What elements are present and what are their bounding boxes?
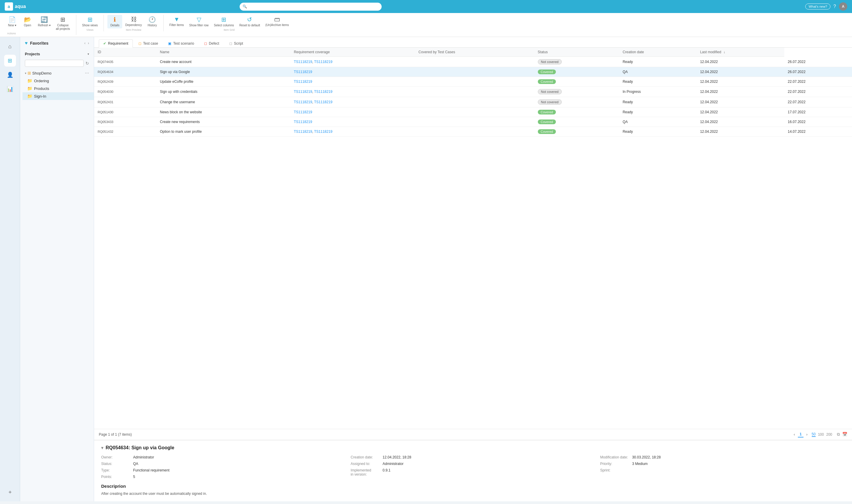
- col-requirement-coverage[interactable]: Requirement coverage: [290, 48, 415, 57]
- cell-status-badge: Covered: [534, 67, 619, 77]
- page-size-100[interactable]: 100: [818, 432, 824, 436]
- tab-requirement[interactable]: ✔ Requirement: [99, 39, 133, 48]
- coverage-link[interactable]: TS1118219: [294, 120, 312, 124]
- cell-creation: 12.04.2022: [696, 67, 784, 77]
- detail-collapse-icon[interactable]: ▾: [101, 446, 103, 450]
- history-icon: 🕐: [148, 16, 156, 23]
- sidebar-item-chart[interactable]: 📊: [4, 83, 16, 95]
- left-panel-collapse-left[interactable]: ‹: [84, 41, 86, 45]
- sort-arrow: ↓: [723, 50, 725, 54]
- requirement-tab-label: Requirement: [108, 41, 128, 46]
- toolbar-dependency-label: Dependency: [125, 23, 142, 27]
- sidebar-item-user[interactable]: 👤: [4, 69, 16, 81]
- coverage-link[interactable]: TS1118219: [294, 100, 312, 104]
- toolbar-collapse-button[interactable]: ⊞ Collapse all projects: [54, 15, 72, 32]
- shopdemo-folder-icon: ⊞: [28, 71, 31, 75]
- shopdemo-name: ShopDemo: [32, 71, 52, 75]
- cell-name: Sign up via Google: [156, 67, 290, 77]
- sidebar-item-grid[interactable]: ⊞: [4, 55, 16, 67]
- archive-icon: 🗃: [274, 16, 280, 23]
- col-id[interactable]: ID: [94, 48, 156, 57]
- sidebar-item-home[interactable]: ⌂: [4, 40, 16, 52]
- whats-new-button[interactable]: What's new?: [805, 3, 830, 10]
- toolbar-show-filter-button[interactable]: ▽ Show filter row: [187, 15, 211, 29]
- toolbar-dependency-button[interactable]: ⛓ Dependency: [123, 15, 144, 29]
- col-status[interactable]: Status: [534, 48, 619, 57]
- detail-owner-value: Administrator: [133, 455, 154, 459]
- detail-assigned-label: Assigned to:: [350, 462, 380, 466]
- tab-test-case[interactable]: ◻ Test case: [134, 39, 163, 47]
- toolbar-select-cols-button[interactable]: ⊞ Select columns: [212, 15, 236, 29]
- coverage-link[interactable]: TS1118219: [294, 90, 312, 94]
- page-size-200[interactable]: 200: [826, 432, 832, 436]
- page-1-button[interactable]: 1: [798, 432, 803, 437]
- projects-collapse-arrow[interactable]: ▾: [88, 52, 89, 56]
- tab-script[interactable]: ◻ Script: [225, 39, 248, 47]
- detail-col-1: Owner: Administrator Status: QA Type: Fu…: [101, 455, 346, 479]
- project-shopdemo-header[interactable]: ▾ ⊞ ShopDemo ⋯: [20, 69, 94, 77]
- table-row[interactable]: RQ054030 Sign up with credentials TS1118…: [94, 87, 852, 97]
- col-name[interactable]: Name: [156, 48, 290, 57]
- avatar[interactable]: A: [839, 2, 847, 11]
- coverage-link[interactable]: TS1118219: [314, 129, 332, 134]
- toolbar-details-button[interactable]: ℹ Details: [107, 15, 122, 29]
- cell-status-badge: Covered: [534, 107, 619, 117]
- table-row[interactable]: RQ074435 Create new account TS1118219, T…: [94, 57, 852, 67]
- cell-name: Sign up with credentials: [156, 87, 290, 97]
- toolbar-show-views-button[interactable]: ⊞ Show views: [80, 15, 100, 29]
- table-row[interactable]: RQ051430 News block on the website TS111…: [94, 107, 852, 117]
- coverage-link[interactable]: TS1118219: [314, 60, 332, 64]
- table-row[interactable]: RQ054634 Sign up via Google TS1118219 Co…: [94, 67, 852, 77]
- table-row[interactable]: RQ052439 Update eCoffe profile TS1118219…: [94, 77, 852, 87]
- calendar-icon[interactable]: 📅: [842, 432, 847, 437]
- project-refresh-icon[interactable]: ↻: [86, 61, 89, 66]
- requirements-table-container: ID Name Requirement coverage Covered by …: [94, 48, 852, 429]
- tab-defect[interactable]: ◻ Defect: [200, 39, 224, 47]
- toolbar-new-button[interactable]: 📄 New ▾: [5, 15, 19, 32]
- coverage-link[interactable]: TS1118219: [294, 110, 312, 114]
- project-item-ordering[interactable]: 📁 Ordering: [22, 77, 94, 85]
- cell-modified: 14.07.2022: [784, 127, 852, 137]
- table-row[interactable]: RQ051432 Option to mark user profile TS1…: [94, 127, 852, 137]
- page-next-button[interactable]: ›: [805, 432, 810, 437]
- search-input[interactable]: [240, 3, 382, 11]
- requirements-table: ID Name Requirement coverage Covered by …: [94, 48, 852, 137]
- copy-icon[interactable]: ⧉: [837, 432, 840, 437]
- page-prev-button[interactable]: ‹: [792, 432, 797, 437]
- coverage-link[interactable]: TS1118219: [294, 70, 312, 74]
- detail-priority-label: Priority:: [600, 462, 630, 466]
- col-last-modified[interactable]: Last modified ↓: [696, 48, 784, 57]
- cell-name: Option to mark user profile: [156, 127, 290, 137]
- col-covered-by[interactable]: Covered by Test Cases: [415, 48, 534, 57]
- page-info: Page 1 of 1 (7 items): [99, 432, 790, 436]
- project-item-sign-in[interactable]: 📁 Sign-In: [22, 92, 94, 100]
- sidebar-item-plus[interactable]: ＋: [4, 486, 16, 498]
- coverage-link[interactable]: TS1118219: [294, 60, 312, 64]
- detail-points-label: Points:: [101, 475, 131, 479]
- toolbar-reset-button[interactable]: ↺ Reset to default: [237, 15, 262, 29]
- coverage-link[interactable]: TS1118219: [294, 79, 312, 84]
- detail-status-value: QA: [133, 462, 138, 466]
- cell-covered-by: [415, 107, 534, 117]
- toolbar-history-button[interactable]: 🕐 History: [145, 15, 160, 29]
- detail-creation-value: 12.04.2022, 18:28: [382, 455, 411, 459]
- shopdemo-more-icon[interactable]: ⋯: [85, 71, 89, 75]
- detail-priority-field: Priority: 3 Medium: [600, 462, 845, 466]
- page-size-50[interactable]: 50: [812, 432, 816, 437]
- toolbar-filter-items-button[interactable]: ▼ Filter items: [167, 15, 186, 29]
- project-item-products[interactable]: 📁 Products: [22, 85, 94, 92]
- toolbar-refresh-button[interactable]: 🔄 Refresh ▾: [36, 15, 53, 32]
- project-search-input[interactable]: [25, 60, 84, 67]
- coverage-link[interactable]: TS1118219: [314, 100, 332, 104]
- coverage-link[interactable]: TS1118219: [314, 90, 332, 94]
- tab-test-scenario[interactable]: ▣ Test scenario: [164, 39, 199, 47]
- coverage-link[interactable]: TS1118219: [294, 129, 312, 134]
- detail-status-field: Status: QA: [101, 462, 346, 466]
- toolbar-open-button[interactable]: 📂 Open: [20, 15, 35, 32]
- table-row[interactable]: RQ053433 Create new requirements TS11182…: [94, 117, 852, 127]
- help-button[interactable]: ?: [833, 4, 836, 9]
- left-panel-collapse-right[interactable]: ›: [88, 41, 89, 45]
- table-row[interactable]: RQ052431 Change the username TS1118219, …: [94, 97, 852, 107]
- col-creation-date[interactable]: Creation date: [619, 48, 697, 57]
- toolbar-archive-button[interactable]: 🗃 (Un)Archive items: [263, 15, 291, 29]
